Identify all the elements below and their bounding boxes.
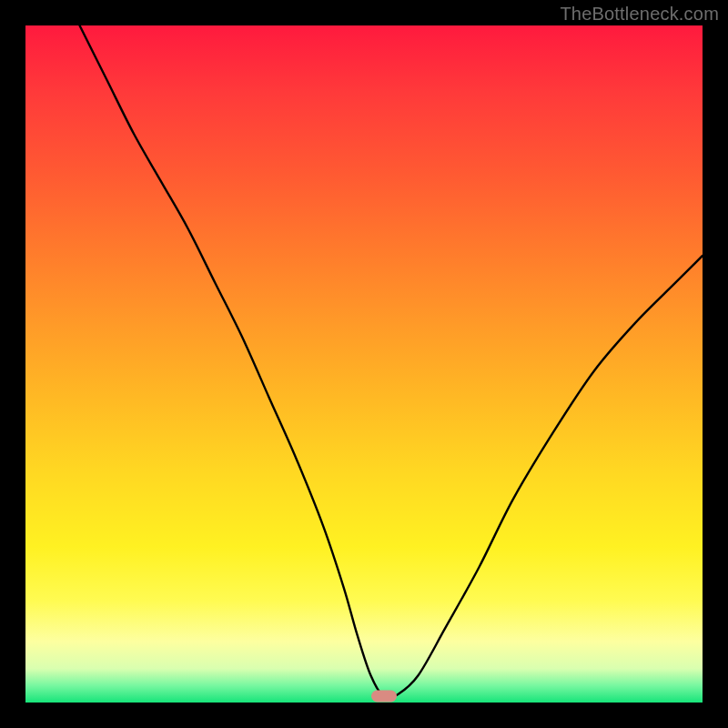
bottleneck-curve (25, 25, 703, 703)
chart-frame: TheBottleneck.com (0, 0, 728, 728)
optimal-marker (371, 690, 397, 702)
watermark-text: TheBottleneck.com (560, 4, 719, 25)
plot-area (25, 25, 703, 703)
